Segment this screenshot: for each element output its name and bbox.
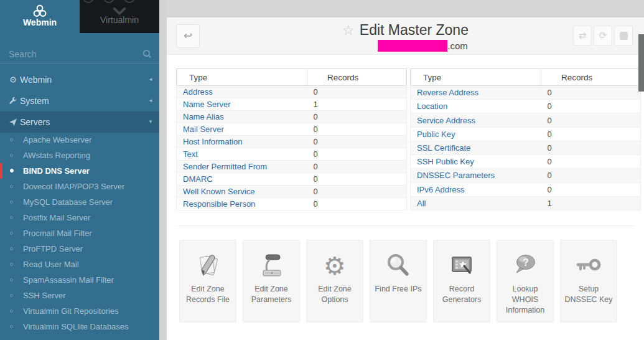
record-type-link[interactable]: Sender Permitted From xyxy=(183,162,267,171)
domain-suffix: .com xyxy=(447,40,468,51)
column-header-records: Records xyxy=(541,69,641,86)
page-gutter xyxy=(159,0,167,340)
webmin-logo-icon xyxy=(0,0,80,16)
active-indicator xyxy=(0,163,2,179)
sidebar-item-spamassassin-mail-filter[interactable]: SpamAssassin Mail Filter xyxy=(0,272,159,288)
record-table-right: Type Records Reverse Address 0 Location … xyxy=(410,68,641,210)
key-icon xyxy=(574,248,603,283)
chevron-down-icon: ▼ xyxy=(148,111,153,133)
bullet-icon xyxy=(10,201,13,204)
action-lookup-whois-information[interactable]: ? Lookup WHOIS Information xyxy=(497,240,554,323)
menu-item-webmin[interactable]: ⚙ Webmin ◄ xyxy=(0,69,159,90)
record-type-link[interactable]: Reverse Address xyxy=(417,88,478,97)
record-type-link[interactable]: SSL Certificate xyxy=(417,143,470,153)
cropped-toolbar-icons xyxy=(80,0,159,6)
tab-webmin[interactable]: Webmin xyxy=(0,0,80,33)
sidebar-item-read-user-mail[interactable]: Read User Mail xyxy=(0,257,159,272)
record-type-link[interactable]: Text xyxy=(183,149,198,159)
sidebar-item-proftpd-server[interactable]: ProFTPD Server xyxy=(0,241,159,257)
record-type-tables: Type Records Address 0 Name Server 1 Nam… xyxy=(176,68,641,210)
record-type-link[interactable]: Responsible Person xyxy=(183,199,255,209)
page-background-strip xyxy=(167,0,644,17)
record-type-link[interactable]: Mail Server xyxy=(183,125,224,134)
scrollbar-thumb[interactable] xyxy=(638,34,644,92)
record-type-row: Mail Server 0 xyxy=(177,123,407,136)
record-type-link[interactable]: Service Address xyxy=(417,116,475,125)
column-header-type: Type xyxy=(411,69,541,86)
sidebar-item-postfix-mail-server[interactable]: Postfix Mail Server xyxy=(0,210,159,225)
record-type-link[interactable]: DNSSEC Parameters xyxy=(417,171,495,180)
action-label: Find Free IPs xyxy=(371,283,424,295)
action-edit-zone-options[interactable]: ⚙ Edit Zone Options xyxy=(306,240,363,323)
sidebar-item-bind-dns-server[interactable]: BIND DNS Server xyxy=(0,163,159,179)
record-type-link[interactable]: Location xyxy=(417,102,447,111)
question-bubble-icon: ? xyxy=(511,248,539,283)
sidebar-item-label: Dovecot IMAP/POP3 Server xyxy=(23,182,124,191)
favorite-star-icon[interactable]: ☆ xyxy=(342,22,355,38)
action-setup-dnssec-key[interactable]: Setup DNSSEC Key xyxy=(560,240,617,323)
bullet-icon xyxy=(10,309,13,313)
record-type-row: SSL Certificate 0 xyxy=(411,141,641,154)
sidebar-item-label: Virtualmin SQLlite Databases xyxy=(23,322,129,331)
record-count: 0 xyxy=(548,143,552,153)
sidebar-search xyxy=(0,45,159,64)
record-type-row: Name Server 1 xyxy=(177,98,407,111)
stop-icon xyxy=(620,32,628,40)
column-header-type: Type xyxy=(177,69,307,86)
menu-item-label: Servers xyxy=(20,117,50,127)
record-count: 0 xyxy=(314,125,318,134)
record-type-row: DNSSEC Parameters 0 xyxy=(411,169,641,182)
page-title: Edit Master Zone xyxy=(360,22,469,38)
sidebar-item-ssh-server[interactable]: SSH Server xyxy=(0,288,159,303)
record-type-link[interactable]: IPv6 Address xyxy=(417,185,465,194)
record-type-link[interactable]: Name Server xyxy=(183,100,231,109)
record-type-row: Reverse Address 0 xyxy=(411,86,641,100)
header-actions: ⇄ ⟳ xyxy=(573,26,633,45)
record-count: 0 xyxy=(314,162,318,171)
record-count: 1 xyxy=(314,100,318,109)
menu-item-system[interactable]: System ◄ xyxy=(0,90,159,111)
action-edit-zone-records-file[interactable]: Edit Zone Records File xyxy=(179,240,236,323)
repeat-button[interactable]: ⇄ xyxy=(573,26,592,45)
sidebar-item-label: BIND DNS Server xyxy=(23,166,90,176)
search-input[interactable] xyxy=(0,45,159,63)
sidebar-item-virtualmin-git-repositories[interactable]: Virtualmin Git Repositories xyxy=(0,303,159,319)
action-find-free-ips[interactable]: Find Free IPs xyxy=(370,240,427,323)
record-type-row: Sender Permitted From 0 xyxy=(177,161,407,173)
record-type-row: All 1 xyxy=(411,196,641,210)
record-type-link[interactable]: Well Known Service xyxy=(183,187,254,196)
record-type-link[interactable]: Host Information xyxy=(183,137,242,146)
sidebar-item-mysql-database-server[interactable]: MySQL Database Server xyxy=(0,194,159,210)
stop-button[interactable] xyxy=(614,26,633,45)
record-count: 0 xyxy=(314,187,318,196)
page-header: ↩ ☆Edit Master Zone .com ⇄ ⟳ xyxy=(167,17,644,55)
record-type-link[interactable]: Public Key xyxy=(417,130,455,139)
sidebar-item-dovecot-imap-pop3-server[interactable]: Dovecot IMAP/POP3 Server xyxy=(0,179,159,194)
sidebar-menu: ⚙ Webmin ◄ System ◄ Servers ▼ xyxy=(0,69,159,133)
action-record-generators[interactable]: Record Generators xyxy=(433,240,490,323)
record-type-link[interactable]: All xyxy=(417,199,426,208)
action-label: Lookup WHOIS Information xyxy=(497,283,553,316)
zone-actions: Edit Zone Records File Edit Zone Paramet… xyxy=(179,240,617,323)
record-type-link[interactable]: Name Alias xyxy=(183,112,224,121)
sidebar: Webmin Virtualmin ⚙ Webmin xyxy=(0,0,159,340)
record-type-link[interactable]: Address xyxy=(183,87,213,97)
sidebar-item-virtualmin-sqllite-databases[interactable]: Virtualmin SQLlite Databases xyxy=(0,319,159,334)
record-type-link[interactable]: DMARC xyxy=(183,174,213,184)
sidebar-item-procmail-mail-filter[interactable]: Procmail Mail Filter xyxy=(0,225,159,241)
sidebar-item-awstats-reporting[interactable]: AWstats Reporting xyxy=(0,148,159,163)
search-icon xyxy=(142,49,152,61)
menu-item-servers[interactable]: Servers ▼ xyxy=(0,111,159,133)
record-type-link[interactable]: SSH Public Key xyxy=(417,157,474,166)
record-count: 0 xyxy=(548,171,552,180)
bullet-icon xyxy=(10,278,13,281)
bullet-icon xyxy=(10,154,13,157)
record-count: 1 xyxy=(548,199,552,208)
action-edit-zone-parameters[interactable]: Edit Zone Parameters xyxy=(243,240,300,323)
refresh-button[interactable]: ⟳ xyxy=(594,26,612,45)
svg-text:?: ? xyxy=(523,257,529,268)
record-count: 0 xyxy=(548,130,552,139)
sidebar-item-apache-webserver[interactable]: Apache Webserver xyxy=(0,132,159,148)
sidebar-item-label: Procmail Mail Filter xyxy=(23,229,92,238)
tab-virtualmin[interactable]: Virtualmin xyxy=(80,0,159,33)
